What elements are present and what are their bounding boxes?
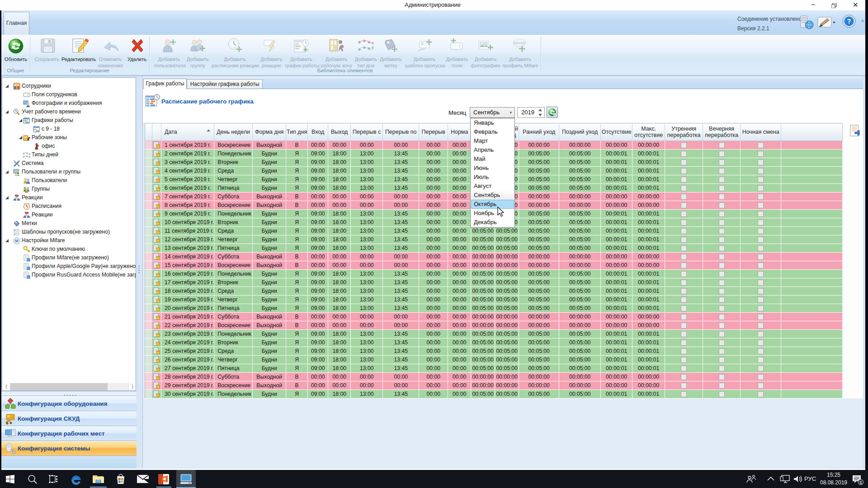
svg-text:?: ? (847, 18, 851, 25)
svg-text:M: M (15, 239, 19, 243)
svg-text:MIFARE: MIFARE (514, 42, 526, 45)
svg-text:1: 1 (859, 480, 862, 485)
